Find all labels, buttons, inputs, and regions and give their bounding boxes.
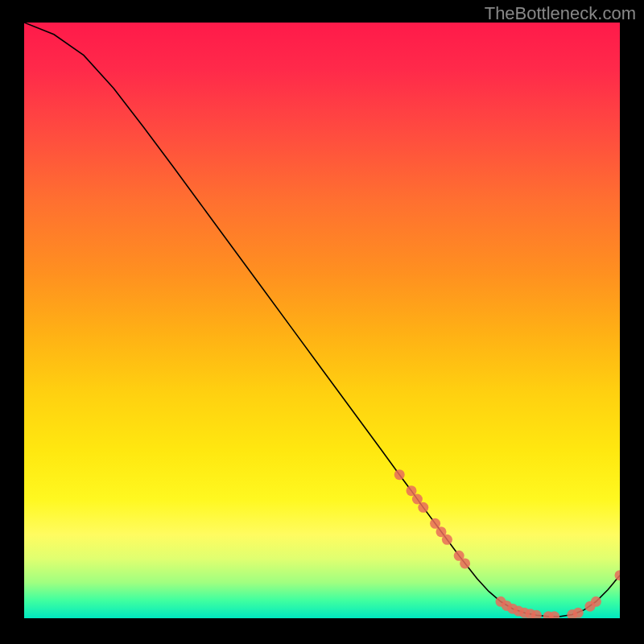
svg-point-19: [573, 608, 584, 618]
chart-curve: [24, 23, 620, 617]
svg-point-0: [394, 469, 405, 480]
svg-point-6: [442, 535, 452, 545]
chart-svg: [24, 23, 620, 618]
svg-point-22: [615, 570, 621, 580]
watermark-text: TheBottleneck.com: [485, 3, 636, 24]
svg-point-21: [591, 597, 601, 607]
svg-point-3: [418, 502, 428, 513]
svg-point-8: [460, 558, 470, 568]
chart-markers: [394, 469, 620, 618]
